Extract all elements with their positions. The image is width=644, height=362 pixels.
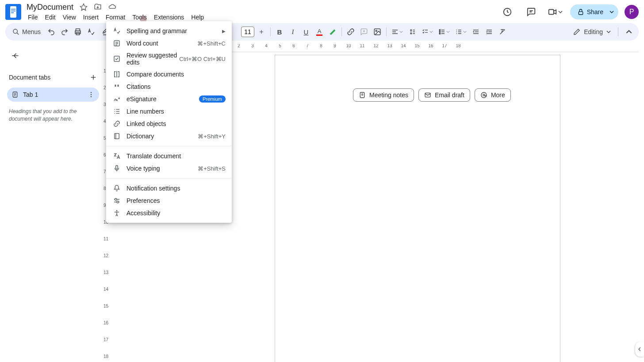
shortcut-label: ⌘+Shift+S [198,165,226,172]
menu-item-label: Spelling and grammar [126,27,222,34]
search-icon [12,28,19,35]
menu-item-label: Voice typing [126,165,198,172]
menubar: FileEditViewInsertFormatToolsExtensionsH… [25,13,498,22]
ruler-number: 14 [104,287,108,292]
ruler-number: 12 [373,44,378,48]
menu-tools[interactable]: Tools [129,13,150,22]
menu-item-label: Compare documents [126,71,226,78]
bulleted-list-button[interactable] [436,26,452,38]
shortcut-label: Ctrl+⌘O Ctrl+⌘U [179,56,226,62]
ruler-number: 6 [292,44,295,48]
menu-item-dictionary[interactable]: Dictionary⌘+Shift+Y [106,130,232,142]
menu-item-notification-settings[interactable]: Notification settings [106,182,232,194]
menu-separator [106,178,232,179]
menu-view[interactable]: View [60,13,79,22]
share-button[interactable]: Share [570,4,610,19]
add-comment-button[interactable] [358,26,370,38]
align-button[interactable] [389,26,405,38]
menu-item-label: Notification settings [126,185,226,192]
decrease-indent-button[interactable] [470,26,482,38]
menu-extensions[interactable]: Extensions [151,13,187,22]
clear-formatting-button[interactable] [496,26,509,38]
meeting-notes-chip[interactable]: Meeting notes [353,88,414,102]
menu-item-voice-typing[interactable]: Voice typing⌘+Shift+S [106,162,232,175]
ruler-number: 11 [360,44,364,48]
mode-switcher[interactable]: Editing [569,27,615,37]
menu-item-review-suggested-edits[interactable]: Review suggested editsCtrl+⌘O Ctrl+⌘U [106,50,232,68]
menu-item-accessibility[interactable]: Accessibility [106,207,232,219]
ruler-number: 2 [238,44,240,48]
share-dropdown[interactable] [605,4,618,19]
numbered-list-button[interactable] [453,26,469,38]
menu-item-word-count[interactable]: Word count⌘+Shift+C [106,37,232,50]
spellcheck-icon [112,27,121,35]
redo-button[interactable] [58,26,71,38]
menu-item-linked-objects[interactable]: Linked objects [106,118,232,130]
undo-button[interactable] [45,26,58,38]
tab-options-button[interactable] [88,91,95,98]
menu-separator [106,146,232,146]
svg-rect-2 [11,11,15,11]
ruler-number: 18 [456,44,460,48]
italic-button[interactable]: I [287,26,299,38]
toolbar-separator [270,27,271,36]
meet-icon[interactable] [546,3,564,21]
comments-icon[interactable] [522,3,540,21]
add-tab-button[interactable] [89,73,97,81]
svg-rect-1 [11,9,15,10]
font-size-input[interactable]: 11 [241,27,254,37]
move-icon[interactable] [94,3,102,11]
linked-icon [112,120,121,128]
menu-edit[interactable]: Edit [42,13,59,22]
ruler-number: 13 [104,270,108,275]
docs-app-icon[interactable] [5,4,21,20]
compare-icon [112,70,121,78]
insert-image-button[interactable] [371,26,383,38]
toolbar-separator [341,27,342,36]
menu-item-translate-document[interactable]: Translate document [106,150,232,162]
menu-item-label: Preferences [126,197,226,204]
font-size-increase[interactable] [255,26,268,38]
menu-item-citations[interactable]: Citations [106,80,232,93]
svg-rect-0 [10,6,16,18]
checklist-button[interactable] [419,26,435,38]
menu-item-compare-documents[interactable]: Compare documents [106,68,232,80]
svg-rect-27 [116,165,118,169]
highlight-button[interactable] [326,26,339,38]
menu-file[interactable]: File [25,13,41,22]
ruler-number: 12 [104,253,108,258]
link-button[interactable] [345,26,357,38]
menu-item-line-numbers[interactable]: Line numbers [106,105,232,118]
hide-menus-button[interactable] [623,26,635,38]
increase-indent-button[interactable] [483,26,495,38]
document-title[interactable]: MyDocument [25,3,75,12]
menus-search[interactable]: Menus [9,27,44,37]
menu-item-spelling-and-grammar[interactable]: Spelling and grammar▶ [106,25,232,37]
menu-insert[interactable]: Insert [80,13,102,22]
menu-item-label: Citations [126,83,226,90]
more-chip[interactable]: More [475,88,511,102]
ruler-number: 15 [104,304,108,309]
document-tab[interactable]: Tab 1 [7,88,99,102]
cloud-status-icon[interactable] [108,3,117,11]
underline-button[interactable]: U [300,26,312,38]
account-avatar[interactable]: P [625,5,639,19]
last-edit-icon[interactable] [498,3,516,21]
access-icon [112,209,121,217]
menu-format[interactable]: Format [103,13,128,22]
email-draft-chip[interactable]: Email draft [418,88,470,102]
menu-help[interactable]: Help [188,13,207,22]
bold-button[interactable]: B [273,26,286,38]
ruler-number: 8 [104,186,106,191]
print-button[interactable] [72,26,84,38]
ruler-number: 3 [104,102,106,107]
star-icon[interactable] [80,3,88,11]
menu-item-preferences[interactable]: Preferences [106,194,232,207]
menu-item-esignature[interactable]: eSignaturePremium [106,93,232,105]
spellcheck-button[interactable] [85,26,97,38]
collapse-sidebar-button[interactable] [7,48,23,64]
line-spacing-button[interactable] [406,26,418,38]
svg-rect-3 [11,12,14,13]
show-side-panel-button[interactable] [635,342,644,357]
text-color-button[interactable]: A [313,26,326,38]
